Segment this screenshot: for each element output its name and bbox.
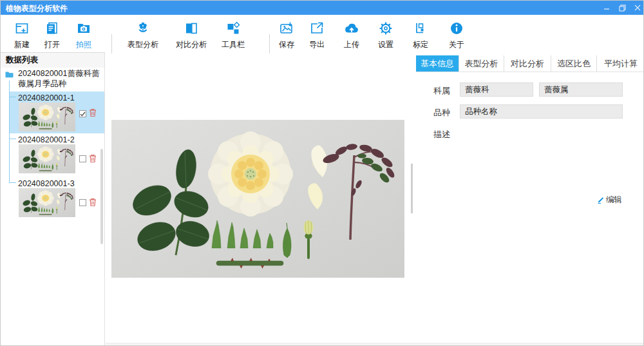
new-document-icon <box>14 20 30 37</box>
item-2-thumbnail[interactable] <box>19 144 75 173</box>
calibration-icon <box>413 20 428 37</box>
new-button[interactable]: 新建 <box>6 20 37 52</box>
tool-label: 导出 <box>309 39 325 50</box>
photo-button[interactable]: 拍照 <box>68 20 99 52</box>
tab-region-colorimetry[interactable]: 选区比色 <box>551 55 596 72</box>
tab-row-divider <box>416 72 644 72</box>
toolbar-separator <box>111 34 112 53</box>
tool-label: 拍照 <box>76 39 91 50</box>
tab-compare-analysis[interactable]: 对比分析 <box>504 55 551 72</box>
tree-connector-line <box>9 81 10 183</box>
tool-label: 表型分析 <box>128 39 158 50</box>
edit-pencil-icon <box>597 197 604 204</box>
open-document-icon <box>44 20 60 37</box>
item-1-checkbox[interactable] <box>79 110 86 117</box>
edit-label: 编辑 <box>606 195 622 206</box>
item-3-checkbox[interactable] <box>79 199 86 206</box>
tool-label: 关于 <box>449 39 464 50</box>
tool-label: 工具栏 <box>222 39 245 50</box>
folder-icon <box>5 70 14 78</box>
tree-item-2-label[interactable]: 20240820001-2 <box>18 135 75 145</box>
gear-icon <box>378 20 393 37</box>
description-label: 描述 <box>433 129 450 140</box>
close-button[interactable] <box>630 1 644 15</box>
panel-splitter[interactable] <box>411 164 413 213</box>
open-button[interactable]: 打开 <box>37 20 68 52</box>
sidebar-scrollbar-thumb[interactable] <box>100 149 103 244</box>
variety-label: 品种 <box>433 107 450 119</box>
export-icon <box>309 20 325 37</box>
camera-folder-icon <box>76 20 91 37</box>
window-title: 植物表型分析软件 <box>6 3 68 14</box>
blocks-icon <box>225 20 241 37</box>
compare-analysis-button[interactable]: 对比分析 <box>171 20 212 52</box>
tab-phenotype-analysis[interactable]: 表型分析 <box>459 55 504 72</box>
toolbar-separator <box>269 34 270 53</box>
tool-label: 保存 <box>279 39 294 50</box>
tab-basic-info[interactable]: 基本信息 <box>416 55 459 72</box>
save-image-icon <box>279 20 294 37</box>
minimize-button[interactable] <box>600 1 614 15</box>
tree-item-1-label[interactable]: 20240820001-1 <box>18 93 75 103</box>
info-icon <box>449 20 464 37</box>
calibration-button[interactable]: 标定 <box>405 20 436 52</box>
upload-button[interactable]: 上传 <box>336 20 367 52</box>
minimize-icon <box>603 5 610 11</box>
tree-connector-tick <box>9 182 16 183</box>
tool-label: 新建 <box>14 39 30 50</box>
export-button[interactable]: 导出 <box>301 20 332 52</box>
tool-label: 设置 <box>378 39 393 50</box>
variety-input[interactable] <box>460 104 623 119</box>
family-input[interactable] <box>460 82 533 97</box>
phenotype-analysis-button[interactable]: 表型分析 <box>122 20 164 52</box>
item-2-checkbox[interactable] <box>79 155 86 162</box>
tree-item-3-label[interactable]: 20240820001-3 <box>18 178 75 189</box>
specimen-photo <box>111 120 404 278</box>
tree-root-item[interactable]: 20240820001蔷薇科蔷薇属月季品种 <box>18 68 103 89</box>
save-button[interactable]: 保存 <box>271 20 302 52</box>
tree-connector-tick <box>9 97 16 97</box>
horizontal-scrollbar[interactable] <box>106 343 644 346</box>
tool-label: 对比分析 <box>176 39 207 50</box>
family-genus-label: 科属 <box>433 85 450 97</box>
flower-icon <box>135 20 151 37</box>
edit-button[interactable]: 编辑 <box>597 195 622 206</box>
tab-average-calculation[interactable]: 平均计算 <box>596 55 644 72</box>
title-bar: 植物表型分析软件 <box>1 1 643 15</box>
close-icon <box>634 5 641 11</box>
tree-connector-tick <box>9 139 16 139</box>
item-3-delete-icon[interactable] <box>89 198 97 207</box>
item-1-thumbnail[interactable] <box>19 102 75 131</box>
checkmark-icon <box>80 111 86 117</box>
data-list-header: 数据列表 <box>1 53 104 68</box>
toolbar: 新建 打开 拍照 表型分析 对比分析 <box>1 15 643 52</box>
item-2-delete-icon[interactable] <box>89 154 97 163</box>
settings-button[interactable]: 设置 <box>370 20 401 52</box>
genus-input[interactable] <box>539 82 623 97</box>
item-1-delete-icon[interactable] <box>89 108 97 117</box>
about-button[interactable]: 关于 <box>441 20 472 52</box>
item-3-thumbnail[interactable] <box>19 188 75 217</box>
tools-panel-button[interactable]: 工具栏 <box>213 20 254 52</box>
restore-icon <box>619 5 626 12</box>
upload-cloud-icon <box>343 20 360 37</box>
tool-label: 打开 <box>44 39 60 50</box>
restore-button[interactable] <box>615 1 629 15</box>
tool-label: 标定 <box>413 39 428 50</box>
tool-label: 上传 <box>344 39 359 50</box>
app-window: 植物表型分析软件 新建 打开 <box>0 0 644 346</box>
compare-pages-icon <box>184 20 199 37</box>
